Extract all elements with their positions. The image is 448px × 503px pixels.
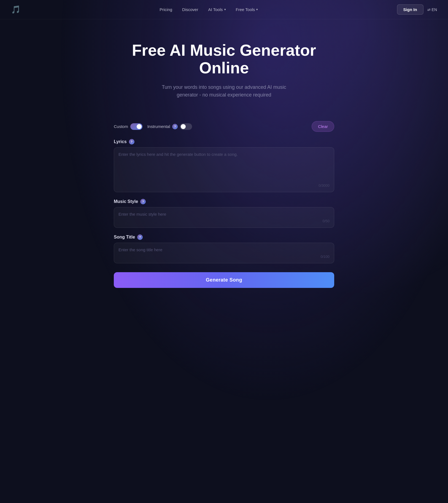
lyrics-input[interactable] [118,152,330,180]
song-title-help-icon[interactable]: ? [137,234,143,240]
lyrics-box: 0/3000 [114,147,334,192]
music-style-input[interactable] [118,212,330,216]
hero-subtitle: Turn your words into songs using our adv… [152,83,296,99]
instrumental-toggle-thumb [181,124,186,129]
instrumental-control: Instrumental ? [147,123,192,130]
lyrics-label: Lyrics [114,139,127,144]
song-title-char-count: 0/100 [118,255,330,259]
language-button[interactable]: ⇄ EN [427,7,437,12]
music-style-box: 0/50 [114,207,334,228]
custom-control: Custom [114,123,142,130]
song-title-label: Song Title [114,235,135,240]
song-title-input[interactable] [118,247,330,252]
nav-free-tools[interactable]: Free Tools [236,7,258,12]
controls-row: Custom Instrumental ? Clear [114,121,334,132]
logo-icon: 🎵 [11,5,21,14]
lang-label: EN [432,7,437,12]
music-style-label-row: Music Style ? [114,199,334,204]
lyrics-help-icon[interactable]: ? [129,139,134,145]
lyrics-label-row: Lyrics ? [114,139,334,145]
lyrics-char-count: 0/3000 [118,183,330,188]
music-style-field-group: Music Style ? 0/50 [114,199,334,228]
nav-actions: Sign In ⇄ EN [397,4,437,15]
main-form: Custom Instrumental ? Clear Lyrics ? 0/3… [108,116,340,304]
custom-toggle-thumb [137,124,142,129]
music-style-char-count: 0/50 [118,219,330,223]
music-style-label: Music Style [114,199,138,204]
signin-button[interactable]: Sign In [397,4,423,15]
custom-toggle[interactable] [130,123,142,130]
nav-links: Pricing Discover AI Tools Free Tools [21,7,397,12]
hero-section: Free AI Music Generator Online Turn your… [0,19,448,116]
song-title-box: 0/100 [114,243,334,263]
nav-discover[interactable]: Discover [182,7,198,12]
song-title-field-group: Song Title ? 0/100 [114,234,334,263]
clear-button[interactable]: Clear [312,121,334,132]
music-style-help-icon[interactable]: ? [140,199,146,204]
instrumental-help-icon[interactable]: ? [172,124,178,129]
instrumental-label: Instrumental [147,124,170,129]
instrumental-toggle[interactable] [180,123,192,130]
logo[interactable]: 🎵 [11,5,21,14]
lyrics-field-group: Lyrics ? 0/3000 [114,139,334,192]
hero-title: Free AI Music Generator Online [114,41,334,77]
nav-pricing[interactable]: Pricing [160,7,172,12]
translate-icon: ⇄ [427,7,431,12]
song-title-label-row: Song Title ? [114,234,334,240]
navbar: 🎵 Pricing Discover AI Tools Free Tools S… [0,0,448,19]
custom-label: Custom [114,124,128,129]
nav-ai-tools[interactable]: AI Tools [208,7,226,12]
generate-button[interactable]: Generate Song [114,272,334,288]
